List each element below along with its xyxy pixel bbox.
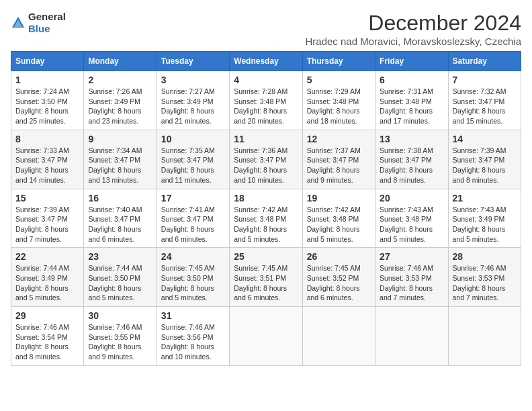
calendar-cell: 19Sunrise: 7:42 AMSunset: 3:48 PMDayligh… [302,189,375,248]
day-number: 26 [307,251,371,262]
day-number: 21 [453,193,517,203]
cell-info: and 5 minutes. [88,293,152,303]
day-number: 3 [161,75,225,85]
calendar-cell: 30Sunrise: 7:46 AMSunset: 3:55 PMDayligh… [84,307,157,366]
day-number: 15 [15,193,79,203]
cell-info: Sunset: 3:47 PM [15,155,79,165]
cell-info: Sunrise: 7:43 AM [380,205,443,215]
cell-info: Sunrise: 7:42 AM [234,205,298,215]
cell-info: Daylight: 8 hours [380,224,443,234]
cell-info: Sunrise: 7:24 AM [15,87,79,97]
calendar-cell: 10Sunrise: 7:35 AMSunset: 3:47 PMDayligh… [157,130,229,189]
cell-info: Daylight: 8 hours [15,224,79,234]
cell-info: Sunset: 3:49 PM [453,214,517,224]
cell-info: Sunset: 3:49 PM [88,97,152,107]
day-number: 11 [234,134,298,144]
day-number: 2 [88,75,152,85]
cell-info: and 20 minutes. [234,116,298,126]
cell-info: Sunset: 3:48 PM [234,214,298,224]
cell-info: Sunrise: 7:29 AM [307,87,371,97]
header-wednesday: Wednesday [230,52,302,71]
day-number: 1 [15,75,79,85]
cell-info: Sunrise: 7:44 AM [88,263,152,273]
calendar-cell: 11Sunrise: 7:36 AMSunset: 3:47 PMDayligh… [230,130,302,189]
header-friday: Friday [375,52,448,71]
cell-info: Daylight: 8 hours [307,106,371,116]
cell-info: and 6 minutes. [234,293,298,303]
cell-info: Daylight: 8 hours [88,342,152,352]
cell-info: and 7 minutes. [15,234,79,244]
cell-info: and 5 minutes. [453,234,517,244]
cell-info: Daylight: 8 hours [453,165,517,175]
week-row-3: 15Sunrise: 7:39 AMSunset: 3:47 PMDayligh… [11,189,521,248]
cell-info: Sunrise: 7:34 AM [88,146,152,156]
header-thursday: Thursday [302,52,375,71]
cell-info: Sunrise: 7:44 AM [15,263,79,273]
cell-info: Sunrise: 7:28 AM [234,87,298,97]
cell-info: Daylight: 8 hours [380,165,443,175]
cell-info: and 7 minutes. [453,293,517,303]
cell-info: Sunrise: 7:36 AM [234,146,298,156]
calendar-cell: 13Sunrise: 7:38 AMSunset: 3:47 PMDayligh… [375,130,448,189]
calendar-cell: 27Sunrise: 7:46 AMSunset: 3:53 PMDayligh… [375,248,448,307]
cell-info: and 9 minutes. [88,352,152,362]
day-number: 8 [15,134,79,144]
calendar-cell [448,307,521,366]
day-number: 14 [453,134,517,144]
cell-info: Sunrise: 7:26 AM [88,87,152,97]
cell-info: Daylight: 8 hours [234,283,298,293]
day-number: 5 [307,75,371,85]
day-number: 12 [307,134,371,144]
cell-info: Sunrise: 7:45 AM [234,263,298,273]
cell-info: and 10 minutes. [234,175,298,185]
cell-info: Sunrise: 7:41 AM [161,205,225,215]
week-row-2: 8Sunrise: 7:33 AMSunset: 3:47 PMDaylight… [11,130,521,189]
calendar-cell: 25Sunrise: 7:45 AMSunset: 3:51 PMDayligh… [230,248,302,307]
calendar-cell: 26Sunrise: 7:45 AMSunset: 3:52 PMDayligh… [302,248,375,307]
cell-info: Sunset: 3:55 PM [88,332,152,342]
cell-info: and 6 minutes. [307,293,371,303]
calendar-cell: 3Sunrise: 7:27 AMSunset: 3:49 PMDaylight… [157,71,229,130]
cell-info: and 11 minutes. [161,175,225,185]
calendar-cell: 21Sunrise: 7:43 AMSunset: 3:49 PMDayligh… [448,189,521,248]
day-number: 29 [15,310,79,321]
cell-info: and 13 minutes. [88,175,152,185]
cell-info: Daylight: 8 hours [161,283,225,293]
cell-info: and 15 minutes. [453,116,517,126]
cell-info: Sunrise: 7:31 AM [380,87,443,97]
cell-info: Sunset: 3:47 PM [88,214,152,224]
cell-info: Daylight: 8 hours [15,165,79,175]
header-saturday: Saturday [448,52,521,71]
cell-info: Daylight: 8 hours [161,224,225,234]
cell-info: Sunrise: 7:39 AM [15,205,79,215]
calendar-cell: 16Sunrise: 7:40 AMSunset: 3:47 PMDayligh… [84,189,157,248]
cell-info: and 5 minutes. [15,293,79,303]
day-number: 10 [161,134,225,144]
cell-info: and 5 minutes. [380,234,443,244]
cell-info: Sunset: 3:50 PM [15,97,79,107]
cell-info: Daylight: 8 hours [307,165,371,175]
cell-info: Sunset: 3:47 PM [15,214,79,224]
cell-info: Sunrise: 7:32 AM [453,87,517,97]
cell-info: Daylight: 8 hours [307,224,371,234]
cell-info: Sunset: 3:47 PM [380,155,443,165]
cell-info: and 6 minutes. [161,234,225,244]
cell-info: Sunset: 3:47 PM [307,155,371,165]
cell-info: Sunset: 3:48 PM [380,97,443,107]
cell-info: Sunset: 3:47 PM [234,155,298,165]
cell-info: and 5 minutes. [307,234,371,244]
cell-info: Daylight: 8 hours [234,224,298,234]
cell-info: Sunrise: 7:38 AM [380,146,443,156]
cell-info: and 8 minutes. [380,175,443,185]
calendar-cell: 14Sunrise: 7:39 AMSunset: 3:47 PMDayligh… [448,130,521,189]
day-number: 6 [380,75,443,85]
calendar-cell: 28Sunrise: 7:46 AMSunset: 3:53 PMDayligh… [448,248,521,307]
logo-blue: Blue [28,23,50,34]
cell-info: Daylight: 8 hours [453,106,517,116]
day-number: 31 [161,310,225,321]
cell-info: and 25 minutes. [15,116,79,126]
cell-info: Sunset: 3:48 PM [307,214,371,224]
cell-info: and 6 minutes. [88,234,152,244]
cell-info: Sunset: 3:51 PM [234,273,298,283]
calendar-cell: 4Sunrise: 7:28 AMSunset: 3:48 PMDaylight… [230,71,302,130]
